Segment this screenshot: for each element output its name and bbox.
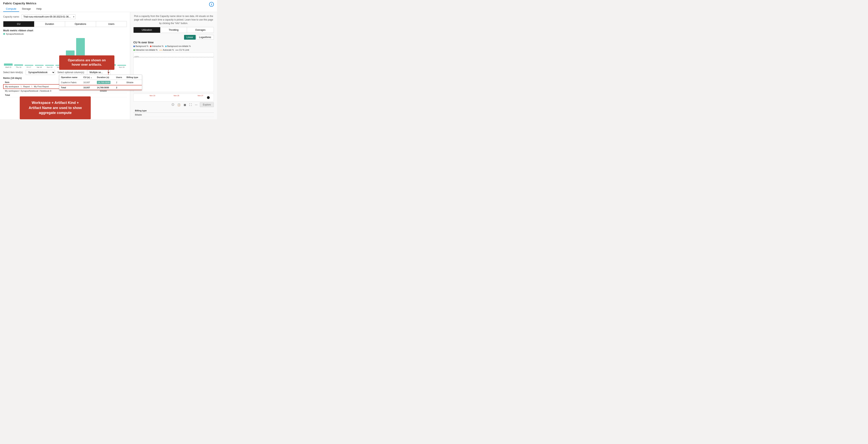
toggle-linear[interactable]: Linear	[184, 35, 196, 40]
op-col-duration: Duration (s)	[95, 75, 115, 80]
timeline-scrubber[interactable]	[207, 96, 210, 99]
tab-throttling[interactable]: Throttling	[160, 27, 187, 33]
callout2: Workspace + Artifact Kind + Artifact Nam…	[20, 96, 91, 119]
bar	[25, 65, 33, 66]
op-duration-cell: 14,769.5930	[95, 80, 115, 85]
leg-label-cu-limit: CU % Limit	[179, 49, 189, 51]
callout1-container: Operations are shown on hover over artif…	[59, 55, 115, 70]
op-name-cell: Copilot in Fabric	[59, 80, 82, 85]
op-row: Copilot in Fabric 10,937 14,769.5930 2 B…	[59, 80, 142, 85]
tab-utilization[interactable]: Utilization	[133, 27, 160, 33]
app-header: Fabric Capacity Metrics Compute Storage …	[0, 0, 217, 12]
op-table-inner: Operation name CU (s) ▲ Duration (s) Use…	[59, 75, 142, 90]
tab-overages[interactable]: Overages	[187, 27, 214, 33]
right-billing-val: Billable	[133, 113, 214, 117]
bottom-controls: ⓘ 📋 ▦ ⛶ ⋯ Explore	[133, 102, 214, 107]
op-billing-cell: Billable	[125, 80, 142, 85]
more-icon[interactable]: ⋯	[194, 103, 198, 107]
legend-cu-limit: CU % Limit	[175, 49, 189, 51]
chart-controls: Linear Logarithmic	[133, 35, 214, 40]
capacity-row: Capacity name: Trial-ruxu-microsoft-com-…	[3, 14, 127, 19]
right-panel: Pick a capacity from the Capacity name s…	[130, 12, 217, 119]
main-content: Capacity name: Trial-ruxu-microsoft-com-…	[0, 12, 217, 119]
timeline-tick-1: Nov 23	[150, 95, 155, 97]
chart-title: Multi metric ribbon chart	[3, 29, 127, 32]
op-total-duration: 14,769.5930	[95, 85, 115, 90]
op-col-cu: CU (s) ▲	[82, 75, 95, 80]
explore-button[interactable]: Explore	[200, 102, 214, 107]
tab-users[interactable]: Users	[96, 21, 127, 27]
leg-label-interactive: Interactive %	[152, 45, 163, 47]
nav-tabs: Compute Storage Help	[3, 6, 214, 12]
leg-label-autoscale: Autoscale %	[163, 49, 174, 51]
leg-dot-background	[133, 45, 135, 47]
item-kind-select[interactable]: SynapseNotebook	[26, 70, 55, 75]
tab-operations[interactable]: Operations	[65, 21, 96, 27]
cu-chart-area: 100%	[133, 53, 214, 92]
left-tab-bar: CU Duration Operations Users	[3, 21, 127, 27]
tab-duration[interactable]: Duration	[34, 21, 65, 27]
cu-chart-svg	[133, 53, 214, 92]
legend-bg-nonbillable: Background non-billable %	[165, 45, 191, 47]
leg-line-cu-limit	[175, 50, 179, 50]
right-table: Billing type Billable	[133, 108, 214, 117]
timeline-area[interactable]: Nov 23 Nov 25 Nov 27	[133, 94, 214, 101]
cu-legend: Background % Interactive % Background no…	[133, 45, 214, 51]
bar-wrap: Sun 26	[117, 65, 126, 68]
timeline-tick-2: Nov 25	[174, 95, 179, 97]
nav-tab-compute[interactable]: Compute	[3, 6, 19, 12]
item-kind-label: Select item kind(s):	[3, 71, 23, 74]
legend-label: SynapseNotebook	[6, 33, 24, 35]
legend-interactive: Interactive %	[150, 45, 163, 47]
operation-popup: Operation name CU (s) ▲ Duration (s) Use…	[59, 73, 142, 90]
op-cu-cell: 10,937	[82, 80, 95, 85]
op-table: Operation name CU (s) ▲ Duration (s) Use…	[59, 75, 142, 90]
bar	[35, 65, 43, 66]
help-icon[interactable]: ⓘ	[171, 102, 175, 107]
bar	[14, 64, 23, 66]
op-total-users: 2	[115, 85, 125, 90]
copy-icon[interactable]: 📋	[177, 103, 181, 107]
op-users-cell: 2	[115, 80, 125, 85]
item-kind-select-wrap: SynapseNotebook	[26, 70, 55, 75]
leg-dot-bg-nb	[165, 45, 167, 47]
capacity-select[interactable]: Trial-ruxu-microsoft-com-05-30-2023-01-3…	[22, 14, 75, 19]
op-total-cu: 10,937	[82, 85, 95, 90]
legend-autoscale: Autoscale %	[159, 49, 174, 51]
nav-tab-storage[interactable]: Storage	[19, 6, 34, 12]
info-hint: Pick a capacity from the Capacity name s…	[133, 14, 214, 25]
total-billing	[98, 93, 127, 97]
bar-label: Sun 26	[119, 66, 125, 68]
sort-icon: ▲	[90, 76, 92, 78]
filter-icon[interactable]: ▦	[183, 103, 187, 107]
capacity-label: Capacity name:	[3, 15, 20, 18]
right-col-billing: Billing type	[133, 108, 214, 113]
bar	[4, 63, 12, 66]
leg-dot-int-nb	[133, 49, 135, 51]
app-title: Fabric Capacity Metrics	[3, 2, 214, 5]
leg-label-int-nb: Interactive non-billable %	[135, 49, 158, 51]
op-total-label: Total	[59, 85, 82, 90]
bar	[117, 65, 126, 66]
right-table-row: Billable	[133, 113, 214, 117]
left-panel: Capacity name: Trial-ruxu-microsoft-com-…	[0, 12, 130, 119]
right-tab-bar: Utilization Throttling Overages	[133, 27, 214, 33]
tab-cu[interactable]: CU	[3, 21, 34, 27]
toggle-logarithmic[interactable]: Logarithmic	[196, 35, 214, 40]
op-total-row: Total 10,937 14,769.5930 2	[59, 85, 142, 90]
bar	[45, 65, 54, 66]
bar-wrap: Thu 16	[14, 64, 23, 68]
expand-icon[interactable]: ⛶	[188, 103, 192, 107]
op-col-name: Operation name	[59, 75, 82, 80]
nav-tab-help[interactable]: Help	[34, 6, 44, 12]
cu-chart-title: CU % over time	[133, 41, 214, 44]
info-button[interactable]: ℹ	[209, 2, 214, 7]
legend-dot	[3, 33, 5, 35]
op-col-users: Users	[115, 75, 125, 80]
bar-wrap: Wed 15	[4, 63, 12, 68]
legend-background: Background %	[133, 45, 148, 47]
timeline-tick-3: Nov 27	[198, 95, 204, 97]
leg-line-autoscale	[159, 50, 162, 50]
bar-label: Wed 15	[5, 66, 11, 68]
chart-legend: SynapseNotebook	[3, 33, 127, 35]
